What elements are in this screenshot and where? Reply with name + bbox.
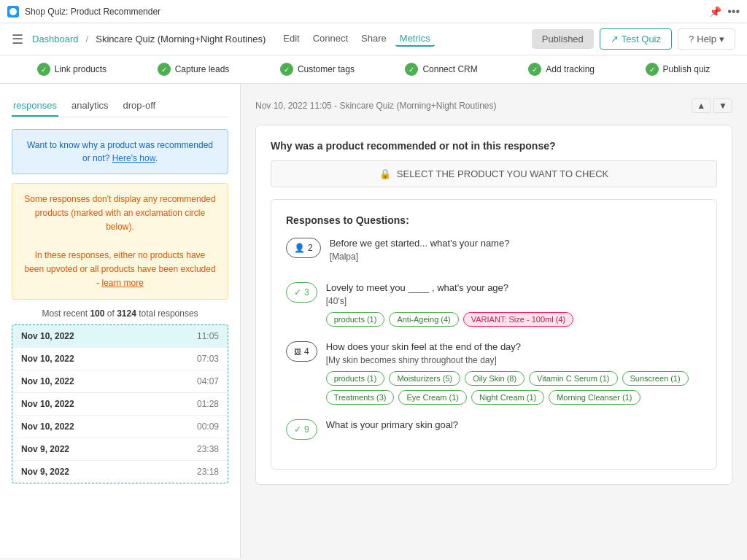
response-item[interactable]: Nov 10, 2022 11:05 (12, 325, 228, 348)
responses-section: Responses to Questions: 👤 2 Before we ge… (271, 199, 717, 470)
help-button[interactable]: ? Help ▾ (678, 28, 735, 50)
tag-anti-ageing[interactable]: Anti-Ageing (4) (389, 312, 458, 327)
left-panel: responses analytics drop-off Want to kno… (0, 84, 241, 558)
test-quiz-button[interactable]: ↗ Test Quiz (600, 28, 672, 50)
answer-text-3: [My skin becomes shiny throughout the da… (326, 355, 702, 365)
nav-separator: / (86, 34, 89, 44)
tag-treatments[interactable]: Treatments (3) (326, 390, 395, 405)
tags-3: products (1) Moisturizers (5) Oily Skin … (326, 371, 702, 405)
tag-variant-size[interactable]: VARIANT: Size - 100ml (4) (463, 312, 573, 327)
question-text-1: Before we get started... what's your nam… (330, 238, 702, 249)
image-icon: 🖼 (294, 348, 301, 356)
question-item-3: 🖼 4 How does your skin feel at the end o… (286, 341, 702, 405)
question-item-1: 👤 2 Before we get started... what's your… (286, 238, 702, 268)
response-item[interactable]: Nov 10, 2022 01:28 (12, 393, 228, 416)
response-list: Nov 10, 2022 11:05 Nov 10, 2022 07:03 No… (12, 324, 228, 483)
question-content-3: How does your skin feel at the end of th… (326, 341, 702, 405)
nav-right-actions: Published ↗ Test Quiz ? Help ▾ (532, 28, 735, 50)
title-bar-actions: 📌 ••• (709, 5, 740, 18)
nav-dashboard-link[interactable]: Dashboard (32, 34, 79, 44)
nav-edit-link[interactable]: Edit (279, 31, 303, 47)
app-title: Shop Quiz: Product Recommender (25, 7, 703, 17)
checklist-item-link-products[interactable]: ✓ Link products (37, 63, 107, 76)
nav-bar: ☰ Dashboard / Skincare Quiz (Morning+Nig… (0, 23, 747, 55)
response-tabs: responses analytics drop-off (12, 96, 228, 117)
checklist-item-publish-quiz[interactable]: ✓ Publish quiz (646, 63, 711, 76)
tag-oily-skin[interactable]: Oily Skin (8) (465, 371, 525, 386)
checklist-item-connect-crm[interactable]: ✓ Connect CRM (405, 63, 477, 76)
external-icon: ↗ (611, 34, 619, 44)
question-badge-4: ✓ 9 (286, 419, 317, 440)
main-content: responses analytics drop-off Want to kno… (0, 84, 747, 558)
info-box-blue: Want to know why a product was recommend… (12, 129, 228, 174)
tags-2: products (1) Anti-Ageing (4) VARIANT: Si… (326, 312, 702, 327)
pin-icon[interactable]: 📌 (709, 6, 721, 18)
check-icon-link-products: ✓ (37, 63, 50, 76)
question-badge-2: ✓ 3 (286, 282, 317, 303)
published-button[interactable]: Published (532, 29, 594, 49)
app-icon (7, 6, 19, 18)
answer-text-2: [40's] (326, 296, 702, 306)
tag-products-2[interactable]: products (1) (326, 371, 385, 386)
response-item[interactable]: Nov 10, 2022 04:07 (12, 370, 228, 393)
question-badge-3: 🖼 4 (286, 341, 317, 362)
response-item[interactable]: Nov 10, 2022 07:03 (12, 348, 228, 370)
question-section-title: Why was a product recommended or not in … (271, 140, 717, 152)
check-icon-publish-quiz: ✓ (646, 63, 659, 76)
question-item-2: ✓ 3 Lovely to meet you ____ , what's you… (286, 282, 702, 327)
most-recent-label: Most recent 100 of 3124 total responses (12, 308, 228, 319)
person-icon: 👤 (294, 243, 305, 253)
lock-icon: 🔒 (379, 168, 391, 179)
chevron-down-icon: ▾ (719, 34, 724, 44)
responses-title: Responses to Questions: (286, 214, 702, 226)
checklist-item-capture-leads[interactable]: ✓ Capture leads (158, 63, 230, 76)
tab-dropoff[interactable]: drop-off (122, 96, 158, 117)
right-panel: Nov 10, 2022 11:05 - Skincare Quiz (Morn… (241, 84, 747, 558)
tag-products-1[interactable]: products (1) (326, 312, 385, 327)
menu-icon[interactable]: ☰ (12, 31, 23, 47)
response-header: Nov 10, 2022 11:05 - Skincare Quiz (Morn… (255, 98, 732, 113)
tag-vitamin-c-serum[interactable]: Vitamin C Serum (1) (529, 371, 617, 386)
nav-quiz-name: Skincare Quiz (Morning+Night Routines) (96, 34, 266, 44)
nav-share-link[interactable]: Share (357, 31, 391, 47)
check-icon-customer-tags: ✓ (280, 63, 293, 76)
check-icon-4: ✓ (294, 424, 301, 435)
response-date-label: Nov 10, 2022 11:05 - Skincare Quiz (Morn… (255, 101, 497, 111)
checklist-item-customer-tags[interactable]: ✓ Customer tags (280, 63, 355, 76)
checklist-bar: ✓ Link products ✓ Capture leads ✓ Custom… (0, 55, 747, 84)
check-icon: ✓ (294, 287, 301, 298)
learn-more-link[interactable]: learn more (101, 278, 143, 288)
answer-text-1: [Malpa] (330, 252, 702, 262)
question-item-4: ✓ 9 What is your primary skin goal? (286, 419, 702, 440)
question-text-4: What is your primary skin goal? (326, 419, 702, 430)
select-product-button[interactable]: 🔒 SELECT THE PRODUCT YOU WANT TO CHECK (271, 160, 717, 187)
response-item[interactable]: Nov 10, 2022 00:09 (12, 416, 228, 438)
more-options-icon[interactable]: ••• (727, 5, 740, 18)
response-item[interactable]: Nov 9, 2022 23:38 (12, 438, 228, 461)
prev-response-button[interactable]: ▲ (692, 98, 711, 113)
tag-sunscreen[interactable]: Sunscreen (1) (622, 371, 689, 386)
tag-morning-cleanser[interactable]: Morning Cleanser (1) (549, 390, 640, 405)
tag-moisturizers[interactable]: Moisturizers (5) (389, 371, 460, 386)
checklist-item-add-tracking[interactable]: ✓ Add tracking (528, 63, 595, 76)
tab-responses[interactable]: responses (12, 96, 58, 117)
question-section: Why was a product recommended or not in … (255, 125, 732, 485)
nav-metrics-link[interactable]: Metrics (395, 31, 435, 47)
question-content-2: Lovely to meet you ____ , what's your ag… (326, 282, 702, 327)
warning-box: Some responses don't display any recomme… (12, 183, 228, 300)
tab-analytics[interactable]: analytics (70, 96, 110, 117)
question-badge-1: 👤 2 (286, 238, 321, 258)
svg-point-0 (9, 8, 17, 15)
next-response-button[interactable]: ▼ (713, 98, 732, 113)
title-bar: Shop Quiz: Product Recommender 📌 ••• (0, 0, 747, 23)
tag-eye-cream[interactable]: Eye Cream (1) (398, 390, 467, 405)
question-icon: ? (689, 34, 694, 44)
nav-connect-link[interactable]: Connect (309, 31, 352, 47)
check-icon-add-tracking: ✓ (528, 63, 541, 76)
check-icon-connect-crm: ✓ (405, 63, 418, 76)
heres-how-link[interactable]: Here's how (112, 153, 155, 163)
question-content-1: Before we get started... what's your nam… (330, 238, 702, 268)
response-item[interactable]: Nov 9, 2022 23:18 (12, 461, 228, 483)
question-text-2: Lovely to meet you ____ , what's your ag… (326, 282, 702, 293)
tag-night-cream[interactable]: Night Cream (1) (471, 390, 544, 405)
